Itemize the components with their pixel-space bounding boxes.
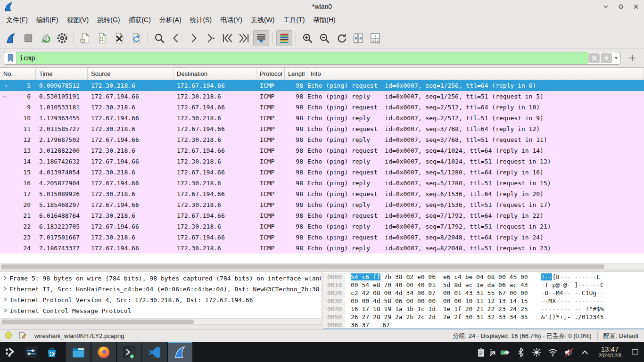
- hex-row[interactable]: 003000 00 4d 58 06 00 00 00 00 00 10 11 …: [323, 297, 644, 305]
- packet-row[interactable]: 101.179363455172.67.194.66172.30.218.6IC…: [0, 113, 644, 123]
- task-terminal-icon[interactable]: [117, 342, 141, 362]
- filter-input[interactable]: icmp: [17, 52, 588, 64]
- column-header-no[interactable]: No.: [0, 68, 36, 80]
- reload-file-icon[interactable]: [128, 30, 144, 46]
- zoom-out-icon[interactable]: [316, 30, 332, 46]
- maximize-button[interactable]: [616, 1, 626, 12]
- packet-row[interactable]: 247.186743377172.67.194.66172.30.218.6IC…: [0, 243, 644, 254]
- clipboard-icon[interactable]: [474, 342, 488, 362]
- battery-icon[interactable]: [497, 342, 512, 362]
- scrollbar-thumb[interactable]: [1, 264, 604, 269]
- resize-columns-icon[interactable]: [350, 30, 366, 46]
- wifi-icon[interactable]: [545, 342, 560, 362]
- column-header-info[interactable]: Info: [307, 68, 644, 80]
- menu-item-0[interactable]: 文件(F): [2, 14, 32, 26]
- task-firefox-icon[interactable]: [91, 342, 116, 362]
- expand-chevron-icon[interactable]: [0, 286, 9, 293]
- task-vscode-icon[interactable]: [142, 342, 167, 362]
- packet-row[interactable]: 5→0.009678512172.30.218.6172.67.194.66IC…: [0, 80, 644, 91]
- auto-scroll-icon[interactable]: [253, 30, 269, 46]
- hex-row[interactable]: 004016 17 18 19 1a 1b 1c 1d 1e 1f 20 21 …: [323, 305, 644, 313]
- menu-item-3[interactable]: 跳转(G): [93, 14, 124, 26]
- packet-row[interactable]: 154.013974054172.30.218.6172.67.194.66IC…: [0, 167, 644, 178]
- minimize-button[interactable]: [601, 1, 611, 12]
- packet-row[interactable]: 164.205877904172.67.194.66172.30.218.6IC…: [0, 178, 644, 189]
- title-bar[interactable]: *wlan0: [0, 0, 644, 13]
- go-last-icon[interactable]: [236, 30, 252, 46]
- menu-item-2[interactable]: 视图(V): [63, 14, 93, 26]
- detail-row-3[interactable]: Internet Control Message Protocol: [0, 305, 321, 316]
- column-header-time[interactable]: Time: [36, 68, 88, 80]
- go-first-icon[interactable]: [219, 30, 235, 46]
- hex-row[interactable]: 005026 27 28 29 2a 2b 2c 2d 2e 2f 30 31 …: [323, 313, 644, 321]
- column-header-source[interactable]: Source: [88, 68, 173, 80]
- layout-columns-icon[interactable]: 123: [367, 30, 383, 46]
- bookmark-icon[interactable]: [4, 52, 17, 64]
- task-file-manager-icon[interactable]: [66, 342, 91, 362]
- column-header-length[interactable]: Lengtl: [285, 68, 307, 80]
- clock[interactable]: 13:47 2024/12/8: [598, 346, 621, 358]
- software-center-icon[interactable]: [41, 342, 62, 362]
- menu-item-10[interactable]: 帮助(H): [309, 14, 339, 26]
- scrollbar-thumb[interactable]: [1, 320, 194, 324]
- packet-row[interactable]: 133.012882200172.30.218.6172.67.194.66IC…: [0, 145, 644, 156]
- packet-row[interactable]: 226.183223705172.67.194.66172.30.218.6IC…: [0, 221, 644, 232]
- app-menu-icon[interactable]: [0, 342, 21, 362]
- go-back-icon[interactable]: [168, 30, 184, 46]
- go-to-packet-icon[interactable]: [202, 30, 218, 46]
- colorize-icon[interactable]: [276, 30, 292, 46]
- expand-chevron-icon[interactable]: [0, 296, 9, 304]
- menu-item-8[interactable]: 无线(W): [247, 14, 279, 26]
- expand-chevron-icon[interactable]: [0, 307, 9, 314]
- hex-row[interactable]: 001000 54 e8 70 40 00 40 01 5d 8d ac 1e …: [323, 281, 644, 289]
- task-wireshark-icon[interactable]: [168, 342, 192, 362]
- zoom-in-icon[interactable]: [299, 30, 315, 46]
- start-capture-icon[interactable]: [3, 30, 19, 46]
- capture-comment-icon[interactable]: [19, 331, 27, 341]
- apply-filter-icon[interactable]: [601, 53, 612, 63]
- column-header-destination[interactable]: Destination: [173, 68, 256, 80]
- menu-item-5[interactable]: 分析(A): [155, 14, 186, 26]
- packet-row[interactable]: 112.011585727172.30.218.6172.67.194.66IC…: [0, 123, 644, 134]
- find-packet-icon[interactable]: [151, 30, 167, 46]
- save-file-icon[interactable]: [94, 30, 110, 46]
- packet-row[interactable]: 237.017501667172.30.218.6172.67.194.66IC…: [0, 232, 644, 243]
- bluetooth-icon[interactable]: [513, 342, 528, 362]
- column-header-protocol[interactable]: Protocol: [256, 68, 285, 80]
- capture-options-icon[interactable]: [54, 30, 70, 46]
- detail-row-2[interactable]: Internet Protocol Version 4, Src: 172.30…: [0, 295, 321, 305]
- packet-row[interactable]: 91.010533181172.30.218.6172.67.194.66ICM…: [0, 102, 644, 113]
- stop-capture-icon[interactable]: [20, 30, 36, 46]
- hex-row[interactable]: 000054 c6 ff 7b 38 02 e0 06 e6 c4 be 04 …: [323, 273, 644, 281]
- packet-row[interactable]: 175.015089926172.30.218.6172.67.194.66IC…: [0, 189, 644, 199]
- menu-item-7[interactable]: 电话(Y): [216, 14, 247, 26]
- expert-info-icon[interactable]: [5, 331, 12, 340]
- settings-sliders-icon[interactable]: [21, 342, 41, 362]
- open-file-icon[interactable]: [77, 30, 93, 46]
- filter-dropdown-icon[interactable]: [612, 52, 620, 64]
- zoom-reset-icon[interactable]: [333, 30, 349, 46]
- hex-row[interactable]: 006036 3767: [323, 321, 644, 329]
- menu-item-1[interactable]: 编辑(E): [32, 14, 63, 26]
- packet-row[interactable]: 143.186742632172.67.194.66172.30.218.6IC…: [0, 156, 644, 167]
- detail-row-1[interactable]: Ethernet II, Src: HonHaiPrecis_c4:be:04 …: [0, 284, 321, 295]
- close-file-icon[interactable]: [111, 30, 127, 46]
- menu-item-6[interactable]: 统计(S): [186, 14, 216, 26]
- packet-row[interactable]: 6←0.530105191172.67.194.66172.30.218.6IC…: [0, 91, 644, 102]
- volume-muted-icon[interactable]: [561, 342, 576, 362]
- clear-filter-icon[interactable]: [588, 53, 600, 63]
- show-desktop-button[interactable]: [628, 342, 642, 362]
- expand-tray-icon[interactable]: [578, 342, 592, 362]
- close-button[interactable]: [631, 1, 641, 12]
- profile-selector[interactable]: 配置: Default: [603, 332, 638, 340]
- detail-row-0[interactable]: Frame 5: 98 bytes on wire (784 bits), 98…: [0, 273, 321, 284]
- menu-item-4[interactable]: 捕获(C): [124, 14, 155, 26]
- packet-row[interactable]: 205.185468297172.67.194.66172.30.218.6IC…: [0, 199, 644, 210]
- menu-item-9[interactable]: 工具(T): [279, 14, 309, 26]
- add-filter-button-icon[interactable]: [626, 52, 638, 64]
- expand-chevron-icon[interactable]: [0, 275, 9, 282]
- packet-row[interactable]: 122.179687502172.67.194.66172.30.218.6IC…: [0, 134, 644, 145]
- brightness-icon[interactable]: [529, 342, 544, 362]
- hex-row[interactable]: 0020c2 42 08 00 4d 34 00 07 00 01 43 31 …: [323, 289, 644, 297]
- keyboard-layout-indicator[interactable]: ja: [490, 348, 495, 356]
